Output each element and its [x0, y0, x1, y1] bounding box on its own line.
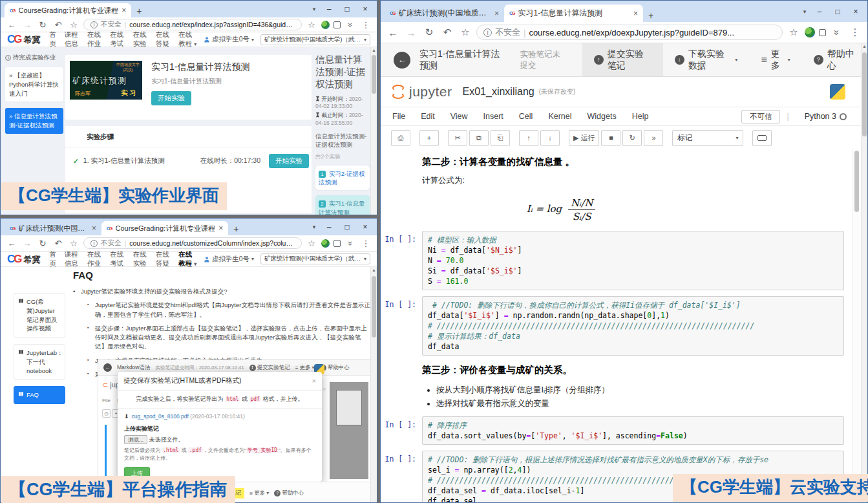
code-input[interactable]: # 降序排序 df_data.sort_values(by=['Type', '… [422, 416, 844, 445]
minimize-button[interactable]: – [320, 5, 338, 14]
nav-item-homework[interactable]: 在线作业 [87, 250, 103, 268]
menu-widgets[interactable]: Widgets [587, 112, 617, 121]
forward-icon[interactable]: → [21, 20, 33, 30]
nav-item-course-info[interactable]: 课程信息 [65, 250, 80, 268]
close-button[interactable]: × [356, 5, 374, 14]
tab-close-icon[interactable]: × [494, 9, 499, 18]
back-icon[interactable]: ← [6, 20, 17, 30]
tab-close-icon[interactable]: × [122, 6, 126, 15]
nav-item-home[interactable]: 首页 [50, 30, 58, 48]
url-field[interactable]: i 不安全 | course.educg.net/exp/index.jsp?a… [83, 19, 302, 30]
browser-tab[interactable]: CG 实习1-信息量计算法预测 × [504, 5, 643, 22]
sidebar-item-info-quantity[interactable]: » 信息量计算法预测-证据权法预测 [5, 108, 63, 134]
menu-help[interactable]: Help [632, 112, 649, 121]
browser-tab[interactable]: CG CourseGrading:计算机专业课程 × [101, 221, 228, 235]
nav-item-exam[interactable]: 在线考试 [110, 30, 125, 48]
extensions-chevron-icon[interactable]: » [832, 25, 843, 39]
cg-logo[interactable]: CG希冀 [7, 33, 41, 46]
run-button[interactable]: ▶运行 [569, 130, 599, 146]
scroll-up-icon[interactable]: ▲ [371, 47, 377, 54]
bookmark-star-icon[interactable]: ☆ [68, 239, 79, 248]
tab-close-icon[interactable]: × [218, 224, 223, 233]
notebook-cell-code[interactable]: In [ ]:# 模型区：输入数据 Ni = df_data['$N_i$'] … [381, 231, 844, 290]
idm-globe-icon[interactable] [321, 21, 330, 29]
notebook-cell-code[interactable]: In [ ]: # //TODO: 删除下行语句，换成你自己的计算公式，获得Ii… [381, 296, 844, 356]
user-menu[interactable]: 虚拟学生0号▾ [204, 255, 254, 264]
menu-edit[interactable]: Edit [421, 112, 435, 121]
notebook-cell-heading[interactable]: 第三步：评价各变量与成矿的关系。 [381, 361, 844, 376]
sidebar-item-python-course[interactable]: » 【卓越班】Python科学计算快速入门 [5, 67, 63, 102]
forward-icon[interactable]: → [21, 239, 33, 248]
maximize-button[interactable]: □ [829, 7, 847, 16]
notebook-name[interactable]: Ex01_xinxiliang [463, 86, 535, 98]
new-tab-button[interactable]: + [228, 224, 245, 235]
course-select[interactable]: 矿床统计预测(中国地质大学)（武汉）▾ [260, 253, 370, 264]
scrollbar[interactable]: ▲ [370, 267, 377, 502]
help-center-button[interactable]: ? 帮助中心 [802, 43, 867, 76]
course-select[interactable]: 矿床统计预测(中国地质大学)（武汉）▾ [260, 34, 370, 45]
download-data-button[interactable]: ↓ 下载实验数据▾ [663, 43, 750, 76]
nav-item-home[interactable]: 首页 [50, 250, 58, 268]
star-icon[interactable]: ☆ [306, 20, 317, 30]
menu-caret-icon[interactable]: ▾ [799, 8, 810, 15]
maximize-button[interactable]: □ [338, 222, 356, 231]
idm-globe-icon[interactable] [321, 239, 330, 248]
stop-button[interactable]: ■ [601, 130, 620, 146]
tab-close-icon[interactable]: × [633, 9, 638, 18]
restart-kernel-button[interactable]: ↻ [622, 130, 642, 146]
reload-icon[interactable]: ↻ [37, 20, 48, 30]
history-icon[interactable]: ↶ [52, 20, 64, 30]
nav-item-qa[interactable]: 在线答疑 [156, 250, 171, 268]
browser-menu-icon[interactable]: ⋮ [848, 27, 862, 38]
trust-button[interactable]: 不可信 [741, 110, 781, 123]
scrollbar-thumb[interactable] [862, 52, 867, 136]
paste-cell-button[interactable]: ⎗ [491, 130, 510, 146]
scroll-up-icon[interactable]: ▲ [371, 267, 377, 273]
menu-insert[interactable]: Insert [483, 112, 503, 121]
bookmark-star-icon[interactable]: ☆ [68, 20, 79, 30]
nav-item-exam[interactable]: 在线考试 [110, 250, 125, 268]
menu-view[interactable]: View [450, 112, 468, 121]
user-menu[interactable]: 虚拟学生0号▾ [204, 35, 254, 44]
code-input[interactable]: # 模型区：输入数据 Ni = df_data['$N_i$'] N = 70.… [422, 231, 844, 290]
tab-close-icon[interactable]: × [92, 224, 96, 233]
cell-type-select[interactable]: 标记▾ [672, 130, 743, 146]
browser-menu-icon[interactable]: ⋮ [360, 20, 372, 30]
browser-menu-icon[interactable]: ⋮ [360, 239, 372, 248]
restart-run-all-button[interactable]: » [644, 130, 663, 146]
back-circle-button[interactable]: ← [394, 52, 410, 69]
scrollbar[interactable]: ▲ [370, 47, 377, 215]
nav-item-homework[interactable]: 在线作业 [87, 30, 103, 48]
menu-kernel[interactable]: Kernel [548, 112, 571, 121]
nav-item-experiment[interactable]: 在线实验 [133, 250, 149, 268]
move-up-button[interactable]: ↑ [519, 130, 538, 146]
command-palette-button[interactable] [752, 130, 772, 146]
back-icon[interactable]: ← [386, 27, 400, 38]
submit-notebook-button[interactable]: ↑ 提交实验笔记 [582, 43, 663, 76]
maximize-button[interactable]: □ [338, 5, 356, 14]
jupyter-brand[interactable]: jupyter [409, 84, 452, 100]
jupyter-logo-icon[interactable] [391, 85, 405, 99]
scrollbar-thumb[interactable] [854, 151, 859, 212]
minimize-button[interactable]: – [810, 7, 829, 16]
menu-caret-icon[interactable]: ▾ [308, 224, 320, 230]
scrollbar-thumb[interactable] [372, 276, 376, 337]
url-field[interactable]: i 不安全 | course.educg.net/customizedColum… [83, 237, 302, 249]
new-tab-button[interactable]: + [131, 6, 148, 17]
add-cell-button[interactable]: + [419, 130, 439, 146]
history-icon[interactable]: ↶ [440, 27, 454, 38]
nav-item-tutorial[interactable]: 在线教程 ▾ [178, 30, 196, 48]
start-experiment-button[interactable]: 开始实验 [151, 91, 191, 105]
scroll-up-icon[interactable]: ▲ [862, 43, 867, 50]
save-button[interactable]: ⎙ [391, 130, 410, 146]
history-icon[interactable]: ↶ [52, 239, 64, 248]
star-icon[interactable]: ☆ [306, 239, 317, 248]
reload-icon[interactable]: ↻ [37, 239, 48, 248]
reload-icon[interactable]: ↻ [422, 27, 436, 38]
more-menu-button[interactable]: ≡ 更多▾ [749, 43, 801, 76]
browser-tab[interactable]: CG CourseGrading:计算机专业课程 × [5, 3, 131, 17]
start-experiment-button[interactable]: 开始实验 [269, 154, 309, 168]
extensions-chevron-icon[interactable]: » [346, 237, 355, 249]
notebook-cell-text[interactable]: 计算公式为: [381, 174, 844, 186]
close-button[interactable]: × [356, 222, 374, 231]
